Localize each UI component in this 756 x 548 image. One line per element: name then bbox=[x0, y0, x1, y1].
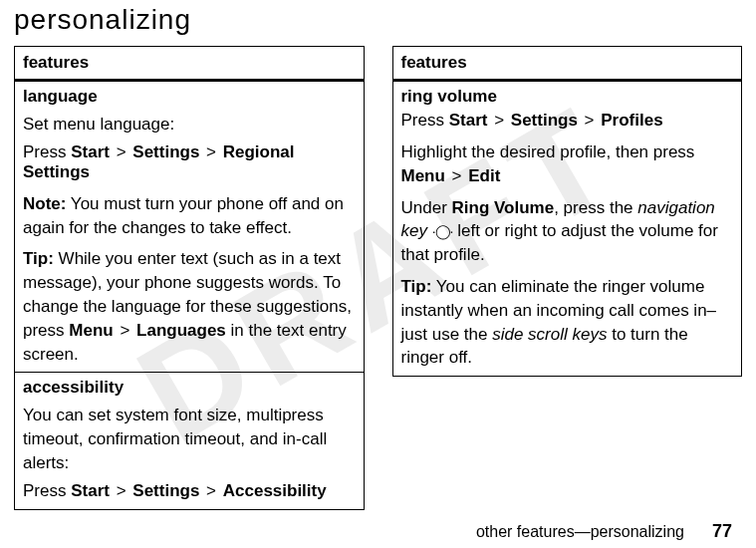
path-settings: Settings bbox=[132, 481, 199, 500]
path-profiles: Profiles bbox=[601, 111, 662, 130]
gt-icon: > bbox=[578, 111, 601, 130]
accessibility-path: Press Start > Settings > Accessibility bbox=[15, 481, 364, 509]
press-word: Press bbox=[23, 142, 71, 161]
tip-label: Tip: bbox=[401, 277, 432, 296]
section-title-ring-volume: ring volume bbox=[393, 82, 742, 111]
path-edit: Edit bbox=[468, 166, 500, 185]
press-word: Press bbox=[23, 481, 71, 500]
ring-under: Under Ring Volume, press the navigation … bbox=[393, 194, 742, 273]
gt-icon: > bbox=[110, 481, 132, 500]
note-text: You must turn your phone off and on agai… bbox=[23, 194, 344, 237]
features-table-left: features language Set menu language: Pre… bbox=[14, 46, 365, 510]
path-settings: Settings bbox=[132, 142, 199, 161]
left-column: features language Set menu language: Pre… bbox=[14, 46, 365, 513]
tip-languages: Languages bbox=[136, 321, 226, 340]
footer-text: other features—personalizing bbox=[476, 523, 684, 541]
gt-icon: > bbox=[445, 166, 468, 185]
under-a: Under bbox=[401, 198, 452, 217]
language-tip: Tip: While you enter text (such as in a … bbox=[15, 245, 364, 372]
path-start: Start bbox=[449, 111, 488, 130]
language-intro: Set menu language: bbox=[15, 111, 364, 142]
accessibility-text: You can set system font size, multipress… bbox=[15, 402, 364, 480]
gt-icon: > bbox=[114, 321, 136, 340]
path-menu: Menu bbox=[401, 166, 445, 185]
path-start: Start bbox=[71, 142, 110, 161]
path-settings: Settings bbox=[511, 111, 578, 130]
path-start: Start bbox=[71, 481, 110, 500]
ring-volume-label: Ring Volume bbox=[452, 198, 555, 217]
press-word: Press bbox=[401, 111, 449, 130]
ring-tip: Tip: You can eliminate the ringer volume… bbox=[393, 273, 742, 376]
language-note: Note: You must turn your phone off and o… bbox=[15, 190, 364, 246]
path-accessibility: Accessibility bbox=[223, 481, 327, 500]
ring-highlight: Highlight the desired profile, then pres… bbox=[393, 138, 742, 194]
tip-label: Tip: bbox=[23, 249, 54, 268]
highlight-text-a: Highlight the desired profile, then pres… bbox=[401, 142, 695, 161]
ring-path: Press Start > Settings > Profiles bbox=[393, 111, 742, 138]
gt-icon: > bbox=[487, 111, 510, 130]
language-path: Press Start > Settings > Regional Settin… bbox=[15, 142, 364, 190]
tip-menu: Menu bbox=[69, 321, 113, 340]
page-footer: other features—personalizing 77 bbox=[14, 513, 742, 548]
page-content: personalizing features language Set menu… bbox=[0, 0, 756, 548]
gt-icon: > bbox=[110, 142, 132, 161]
page-title: personalizing bbox=[14, 0, 742, 46]
page-number: 77 bbox=[712, 521, 732, 542]
section-title-accessibility: accessibility bbox=[15, 372, 364, 402]
columns: features language Set menu language: Pre… bbox=[14, 46, 742, 513]
under-b: , press the bbox=[554, 198, 637, 217]
table-header-left: features bbox=[15, 47, 364, 82]
note-label: Note: bbox=[23, 194, 66, 213]
gt-icon: > bbox=[199, 481, 222, 500]
navigation-key-icon: ·◯· bbox=[432, 222, 453, 242]
side-scroll-keys: side scroll keys bbox=[492, 325, 607, 344]
right-column: features ring volume Press Start > Setti… bbox=[392, 46, 743, 513]
table-header-right: features bbox=[393, 47, 742, 82]
gt-icon: > bbox=[199, 142, 222, 161]
section-title-language: language bbox=[15, 82, 364, 111]
features-table-right: features ring volume Press Start > Setti… bbox=[392, 46, 743, 377]
